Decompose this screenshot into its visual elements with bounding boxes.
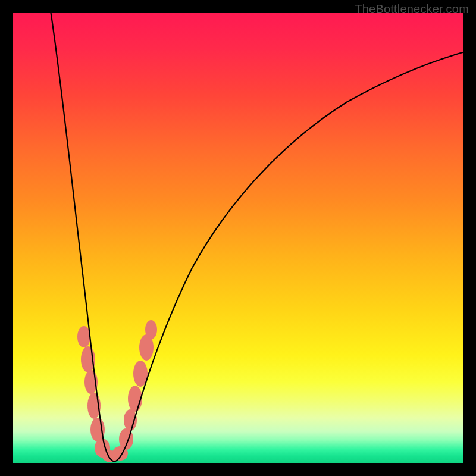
marker-blob: [124, 409, 137, 431]
chart-frame: TheBottlenecker.com: [0, 0, 476, 476]
bottleneck-chart: [13, 13, 463, 463]
plot-area: [13, 13, 463, 463]
curve-left-branch: [50, 13, 114, 462]
marker-blob: [145, 320, 157, 339]
curve-right-branch: [114, 50, 463, 462]
valley-markers-left: [77, 326, 119, 462]
valley-markers-right: [112, 320, 157, 461]
